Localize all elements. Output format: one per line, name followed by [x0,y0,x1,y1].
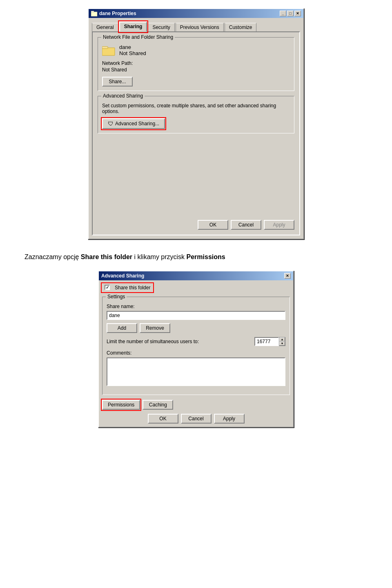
spinner-down-button[interactable]: ▼ [279,342,285,346]
share-folder-label: Share this folder [115,285,150,291]
instruction-text: Zaznaczamy opcję Share this folder i kli… [8,244,384,271]
share-folder-checkbox[interactable]: ✓ [105,285,110,290]
tab-previous-versions[interactable]: Previous Versions [176,23,224,32]
share-button[interactable]: Share... [102,77,133,87]
apply-button[interactable]: Apply [264,220,294,230]
ok-button[interactable]: OK [198,220,228,230]
limit-label: Limit the number of simultaneous users t… [107,339,199,344]
minimize-button[interactable]: _ [280,11,286,16]
advanced-sharing-button-label: Advanced Sharing... [115,121,159,126]
svg-rect-1 [91,11,94,12]
title-bar-buttons: _ □ ✕ [280,11,301,16]
checkbox-check: ✓ [106,285,109,290]
share-name-label: Share name: [107,304,285,309]
folder-status: Not Shared [119,50,146,56]
adv-title-bar-left: Advanced Sharing [101,273,144,279]
advanced-sharing-label: Advanced Sharing [101,93,145,99]
network-path-value: Not Shared [102,67,290,73]
instruction-prefix: Zaznaczamy opcję [24,253,81,260]
folder-icon [102,44,115,56]
adv-ok-button[interactable]: OK [148,414,178,424]
adv-dialog-content: ✓ Share this folder Settings Share name:… [99,280,293,427]
spinner-container: ▲ ▼ [254,337,285,346]
tab-customize[interactable]: Customize [225,23,257,32]
adv-title-bar: Advanced Sharing ✕ [99,271,293,280]
share-name-row: Share name: [107,304,285,320]
spinner-up-button[interactable]: ▲ [279,337,285,342]
network-sharing-group: Network File and Folder Sharing dane Not… [98,37,294,91]
permissions-button[interactable]: Permissions [102,400,140,410]
title-bar: dane Properties _ □ ✕ [89,9,303,18]
instruction-bold2: Permissions [187,253,225,260]
tab-bar: General Sharing Security Previous Versio… [92,21,300,31]
add-remove-row: Add Remove [107,323,285,333]
advanced-sharing-group: Advanced Sharing Set custom permissions,… [98,96,294,133]
cancel-button[interactable]: Cancel [231,220,261,230]
svg-rect-3 [102,47,108,49]
tab-sharing[interactable]: Sharing [119,22,147,32]
adv-apply-button[interactable]: Apply [214,414,245,424]
caching-button[interactable]: Caching [143,400,173,410]
perm-caching-row: Permissions Caching [102,400,290,410]
adv-title-bar-buttons: ✕ [284,273,291,279]
advanced-sharing-button[interactable]: 🛡 Advanced Sharing... [102,118,165,129]
instruction-bold1: Share this folder [81,253,132,260]
svg-rect-0 [91,12,97,16]
maximize-button[interactable]: □ [287,11,294,16]
title-bar-left: dane Properties [91,10,136,17]
close-button[interactable]: ✕ [294,11,301,16]
dialog1-button-row: OK Cancel Apply [98,217,294,230]
share-name-input[interactable] [107,311,285,320]
spinner-buttons: ▲ ▼ [279,337,285,346]
comments-row: Comments: [107,350,285,387]
adv-cancel-button[interactable]: Cancel [181,414,212,424]
share-this-folder-row[interactable]: ✓ Share this folder [102,284,153,292]
add-button[interactable]: Add [107,323,137,333]
folder-row: dane Not Shared [102,44,290,56]
adv-dialog-footer: OK Cancel Apply [102,414,290,424]
title-folder-icon [91,10,98,17]
svg-rect-2 [102,48,115,55]
network-sharing-label: Network File and Folder Sharing [101,34,175,40]
advanced-sharing-dialog: Advanced Sharing ✕ ✓ Share this folder S… [98,271,294,428]
settings-group-label: Settings [106,294,127,300]
network-path-label: Network Path: [102,60,290,66]
comments-label: Comments: [107,350,285,356]
dane-properties-dialog: dane Properties _ □ ✕ General Sharing [88,8,304,240]
folder-info: dane Not Shared [119,44,146,56]
dialog1-content: General Sharing Security Previous Versio… [89,18,303,239]
spinner-input[interactable] [254,337,279,346]
limit-row: Limit the number of simultaneous users t… [107,337,285,346]
folder-name: dane [119,44,146,50]
adv-close-button[interactable]: ✕ [284,273,291,279]
settings-group: Settings Share name: Add Remove Limit th… [102,297,290,395]
tab-security[interactable]: Security [148,23,174,32]
shield-icon: 🛡 [108,120,114,127]
adv-dialog-title: Advanced Sharing [101,273,144,279]
advanced-sharing-description: Set custom permissions, create multiple … [102,103,290,114]
comments-textarea[interactable] [107,357,285,386]
spacer [98,138,294,212]
instruction-middle: i klikamy przycisk [132,253,186,260]
remove-button[interactable]: Remove [140,323,170,333]
network-path-section: Network Path: Not Shared [102,60,290,73]
tab-content-sharing: Network File and Folder Sharing dane Not… [92,31,300,235]
tab-general[interactable]: General [92,23,118,32]
dialog-title: dane Properties [99,11,136,16]
